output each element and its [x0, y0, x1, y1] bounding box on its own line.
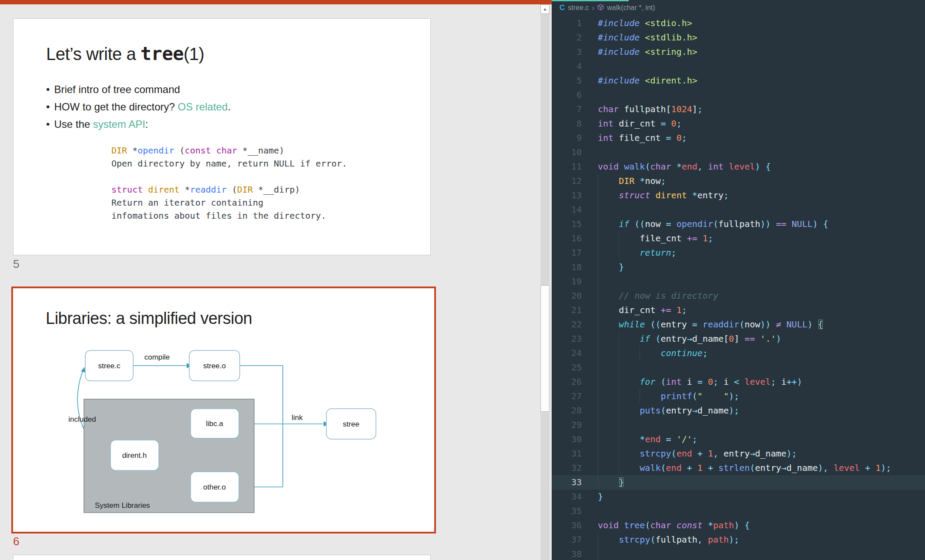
code-line[interactable]: 12 DIR *now; — [552, 174, 925, 188]
line-number[interactable]: 38 — [552, 547, 582, 560]
code-line[interactable]: 21 dir_cnt += 1; — [552, 303, 925, 317]
slides-pane: Let’s write a tree(1) •Brief intro of tr… — [0, 0, 552, 560]
line-number[interactable]: 20 — [552, 289, 582, 303]
node-label: other.o — [203, 483, 226, 491]
line-number[interactable]: 7 — [552, 102, 582, 117]
line-number[interactable]: 27 — [552, 389, 582, 403]
line-number[interactable]: 32 — [552, 461, 582, 475]
slides-scrollbar-thumb[interactable] — [540, 285, 550, 412]
slide-thumbnail-5[interactable]: Let’s write a tree(1) •Brief intro of tr… — [13, 18, 431, 255]
code-line[interactable]: 20 // now is directory — [552, 289, 925, 303]
slide-thumbnail-6-selected[interactable]: Libraries: a simplified version — [11, 287, 436, 533]
code-line[interactable]: 33 } — [552, 475, 925, 490]
bullet-item: •HOW to get the directory? OS related. — [46, 98, 231, 116]
line-number[interactable]: 12 — [552, 174, 582, 188]
code-line[interactable]: 36void tree(char const *path) { — [552, 518, 925, 533]
line-number[interactable]: 2 — [552, 30, 582, 45]
code-line[interactable]: 11void walk(char *end, int level) { — [552, 160, 925, 174]
line-number[interactable]: 25 — [552, 360, 582, 375]
code-line[interactable]: 9int file_cnt = 0; — [552, 131, 925, 145]
line-number[interactable]: 5 — [552, 73, 582, 88]
code-line[interactable]: 23 if (entry→d_name[0] == '.') — [552, 332, 925, 346]
line-number[interactable]: 35 — [552, 504, 582, 518]
scroll-up-icon: ▲ — [543, 7, 547, 11]
line-number[interactable]: 21 — [552, 303, 582, 317]
line-number[interactable]: 22 — [552, 317, 582, 332]
line-number[interactable]: 30 — [552, 432, 582, 447]
code-line[interactable]: 8int dir_cnt = 0; — [552, 117, 925, 131]
code-line[interactable]: 25 — [552, 360, 925, 375]
code-line[interactable]: 14 — [552, 203, 925, 217]
code-line[interactable]: 6 — [552, 88, 925, 102]
line-number[interactable]: 24 — [552, 346, 582, 360]
line-number[interactable]: 37 — [552, 533, 582, 547]
code-line[interactable]: 10 — [552, 145, 925, 160]
line-number[interactable]: 18 — [552, 260, 582, 274]
code-line[interactable]: 7char fullpath[1024]; — [552, 102, 925, 117]
code-line[interactable]: 38 — [552, 547, 925, 560]
line-number[interactable]: 11 — [552, 160, 582, 174]
line-number[interactable]: 34 — [552, 490, 582, 504]
code-line[interactable]: 15 if ((now = opendir(fullpath)) == NULL… — [552, 217, 925, 231]
line-number[interactable]: 16 — [552, 231, 582, 246]
line-number[interactable]: 23 — [552, 332, 582, 346]
code-line[interactable]: 2#include <stdlib.h> — [552, 30, 925, 45]
line-number[interactable]: 3 — [552, 45, 582, 59]
code-line[interactable]: 1#include <stdio.h> — [552, 16, 925, 30]
line-number[interactable]: 4 — [552, 59, 582, 73]
slide6-number: 6 — [13, 535, 19, 548]
code-line[interactable]: 16 file_cnt += 1; — [552, 231, 925, 246]
code-area[interactable]: 1#include <stdio.h>2#include <stdlib.h>3… — [552, 0, 925, 560]
code-line[interactable]: 4 — [552, 59, 925, 73]
line-number[interactable]: 31 — [552, 447, 582, 461]
code-editor-pane: C stree.c › walk(char *, int) 1#include … — [552, 0, 925, 560]
code-line[interactable]: 19 — [552, 274, 925, 289]
code-line[interactable]: 31 strcpy(end + 1, entry→d_name); — [552, 447, 925, 461]
indent-guide — [598, 360, 598, 375]
code-line[interactable]: 5#include <dirent.h> — [552, 73, 925, 88]
included-arrowhead — [81, 367, 85, 373]
code-line[interactable]: 34} — [552, 490, 925, 504]
line-number[interactable]: 9 — [552, 131, 582, 145]
slide-thumbnail-7-partial[interactable] — [13, 555, 431, 560]
slide-code-line — [111, 170, 347, 183]
code-line[interactable]: 32 walk(end + 1 + strlen(entry→d_name), … — [552, 461, 925, 475]
code-line[interactable]: 13 struct dirent *entry; — [552, 188, 925, 203]
code-line[interactable]: 27 printf(" "); — [552, 389, 925, 403]
line-number[interactable]: 15 — [552, 217, 582, 231]
line-number[interactable]: 36 — [552, 518, 582, 533]
line-number[interactable]: 8 — [552, 117, 582, 131]
line-number[interactable]: 19 — [552, 274, 582, 289]
code-line[interactable]: 18 } — [552, 260, 925, 274]
line-number[interactable]: 1 — [552, 16, 582, 30]
edge-label-link: link — [292, 413, 303, 422]
line-number[interactable]: 10 — [552, 145, 582, 160]
code-line[interactable]: 26 for (int i = 0; i < level; i++) — [552, 375, 925, 389]
slide-code-line: Return an iterator containing — [111, 196, 347, 209]
code-line[interactable]: 3#include <string.h> — [552, 45, 925, 59]
line-number[interactable]: 28 — [552, 403, 582, 418]
line-number[interactable]: 17 — [552, 246, 582, 260]
node-label: dirent.h — [122, 451, 147, 460]
code-line[interactable]: 30 *end = '/'; — [552, 432, 925, 447]
code-line[interactable]: 29 — [552, 418, 925, 432]
scroll-up-button[interactable]: ▲ — [540, 4, 550, 14]
slide-code-line: DIR *opendir (const char *__name) — [111, 144, 347, 157]
slides-scrollbar-track[interactable] — [540, 4, 550, 560]
code-line[interactable]: 35 — [552, 504, 925, 518]
indent-guide — [598, 547, 598, 560]
code-line[interactable]: 22 while ((entry = readdir(now)) ≠ NULL)… — [552, 317, 925, 332]
code-line[interactable]: 24 continue; — [552, 346, 925, 360]
line-number[interactable]: 26 — [552, 375, 582, 389]
node-label: libc.a — [206, 420, 223, 428]
line-number[interactable]: 33 — [552, 475, 582, 490]
line-number[interactable]: 6 — [552, 88, 582, 102]
libraries-diagram: stree.c stree.o libc.a dirent.h other.o … — [13, 288, 434, 532]
code-line[interactable]: 17 return; — [552, 246, 925, 260]
line-number[interactable]: 29 — [552, 418, 582, 432]
code-line[interactable]: 37 strcpy(fullpath, path); — [552, 533, 925, 547]
indent-guide — [598, 418, 598, 432]
line-number[interactable]: 14 — [552, 203, 582, 217]
line-number[interactable]: 13 — [552, 188, 582, 203]
code-line[interactable]: 28 puts(entry→d_name); — [552, 403, 925, 418]
